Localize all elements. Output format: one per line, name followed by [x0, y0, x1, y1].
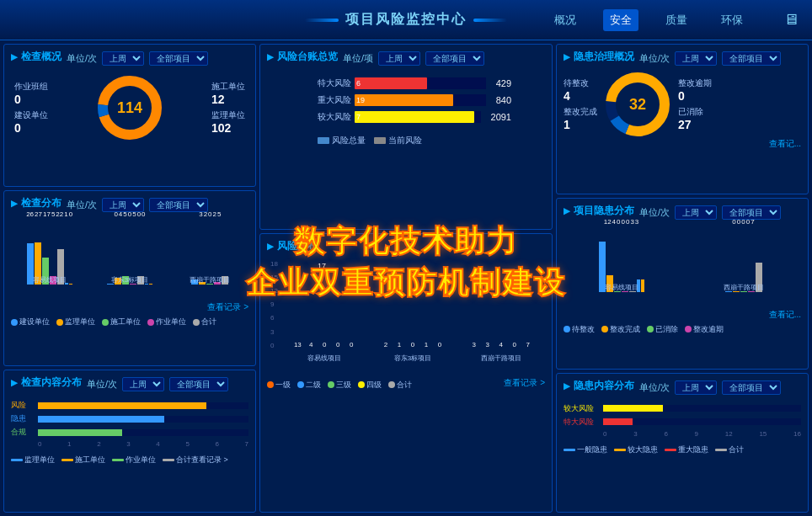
risk-period-select[interactable]: 上周 — [378, 51, 420, 66]
risk-bars-3: 3 3 4 0 — [468, 274, 534, 349]
hazard-content-period-select[interactable]: 上周 — [675, 380, 717, 395]
panel-inspection-header: 检查概况 单位/次 上周 全部项目 — [11, 50, 248, 67]
risk-dist-title: 风险分布 — [267, 239, 318, 253]
risk-bar-val-2: 840 — [496, 95, 511, 105]
risk-bar-small-3: 7 — [356, 113, 361, 121]
hazard-donut: 32 — [604, 71, 671, 138]
hazard-dist-unit: 单位/次 — [639, 206, 670, 219]
hazard-label-zhenggaoyuqi: 整改逾期 0 — [678, 77, 712, 103]
nav-overview[interactable]: 概况 — [548, 9, 583, 31]
legend-lv1: 一级 — [267, 380, 291, 391]
panel-hazard-dist: 项目隐患分布 单位/次 上周 全部项目 容 — [556, 198, 809, 370]
legend-yhheji: 合计 — [715, 444, 744, 455]
nav-safety[interactable]: 安全 — [603, 9, 638, 31]
inspection-dist-view-link[interactable]: 查看记录 > — [11, 301, 248, 313]
hazard-title: 隐患治理概况 — [564, 50, 634, 64]
risk-dist-view-link[interactable]: 查看记录 > — [504, 377, 545, 389]
risk-bars-2: 2 1 0 1 — [380, 274, 446, 349]
risk-bar-small-1: 6 — [356, 79, 361, 88]
mid-column: 风险台账总览 单位/项 上周 全部项目 特大风险 6 429 重大风险 — [259, 44, 553, 513]
risk-bar-fill-3a — [355, 111, 474, 123]
content-project-select[interactable]: 全部项目 — [169, 377, 228, 391]
hazard-label-zhenggaiwancheng: 整改完成 1 — [564, 106, 597, 131]
hazard-bar-fill-2 — [603, 418, 633, 425]
risk-dist-footer: 一级 二级 三级 四级 合计 查看记录 > — [267, 376, 545, 391]
content-period-select[interactable]: 上周 — [122, 377, 164, 391]
content-legend: 监理单位 施工单位 作业单位 合计查看记录 > — [11, 455, 248, 465]
legend-lv4: 四级 — [358, 380, 382, 391]
right-column: 隐患治理概况 单位/次 上周 全部项目 待整改 4 整改完成 1 — [556, 44, 809, 513]
hazard-overview-header: 隐患治理概况 单位/次 上周 全部项目 — [564, 50, 801, 67]
monitor-icon: 🖥 — [783, 11, 799, 29]
inspection-donut-area: 作业班组 0 建设单位 0 114 — [11, 71, 248, 145]
panel-risk-dist: 风险分布 1815129630 13 — [259, 233, 553, 513]
hazard-dist-label-1: 容易线项目 — [567, 283, 676, 292]
hazard-unit: 单位/次 — [639, 52, 670, 65]
dist-label-1: 容易线项目 — [14, 275, 84, 285]
content-bar-track-3 — [38, 429, 248, 436]
content-title: 检查内容分布 — [11, 375, 82, 390]
risk-dist-label-2: 容东3标项目 — [394, 354, 431, 363]
y-axis: 1815129630 — [270, 260, 278, 349]
risk-dist-label-1: 容易线项目 — [307, 354, 341, 363]
inspection-donut: 114 — [96, 74, 163, 141]
hazard-dist-period-select[interactable]: 上周 — [675, 205, 717, 220]
inspection-period-select[interactable]: 上周 — [102, 51, 144, 66]
top-val: 17 — [318, 262, 326, 270]
legend-total-risk: 风险总量 — [318, 135, 366, 146]
hazard-dist-view-link[interactable]: 查看记... — [564, 309, 801, 321]
panel-inspection-content: 检查内容分布 单位/次 上周 全部项目 风险 隐患 — [3, 370, 256, 513]
main-content: 检查概况 单位/次 上周 全部项目 作业班组 0 建设单位 0 — [0, 40, 812, 516]
hazard-project-select[interactable]: 全部项目 — [722, 51, 781, 66]
inspection-left-labels: 作业班组 0 建设单位 0 — [14, 81, 48, 135]
risk-bar-row-2: 重大风险 19 840 — [318, 94, 511, 106]
nav-env[interactable]: 环保 — [714, 9, 750, 31]
hazard-bar-fill-1 — [603, 405, 663, 412]
content-bar-row-1: 风险 — [11, 400, 248, 411]
hazard-content-legend: 一般隐患 较大隐患 重大隐患 合计 — [564, 444, 801, 455]
hazard-period-select[interactable]: 上周 — [675, 51, 717, 66]
legend-lv3: 三级 — [328, 380, 351, 391]
risk-title: 风险台账总览 — [267, 50, 338, 64]
legend-zgwc: 整改完成 — [601, 324, 640, 335]
hazard-dist-header: 项目隐患分布 单位/次 上周 全部项目 — [564, 204, 801, 221]
label-jianshedw: 建设单位 0 — [14, 109, 48, 135]
risk-group-1: 13 4 0 0 — [287, 274, 362, 349]
hazard-bar-track-1 — [603, 405, 801, 412]
hazard-content-project-select[interactable]: 全部项目 — [722, 380, 781, 395]
inspection-unit: 单位/次 — [67, 52, 97, 65]
label-shigongdw: 施工单位 12 — [211, 81, 245, 106]
legend-current-risk: 当前风险 — [374, 135, 422, 146]
hazard-content-unit: 单位/次 — [639, 381, 670, 394]
hazard-view-link[interactable]: 查看记... — [564, 138, 801, 150]
nav-quality[interactable]: 质量 — [659, 9, 694, 31]
risk-project-select[interactable]: 全部项目 — [425, 51, 484, 66]
legend-jianlidw2: 监理单位 — [11, 455, 55, 465]
legend-yxc: 已消除 — [647, 324, 678, 335]
risk-unit: 单位/项 — [343, 52, 373, 65]
content-bar-label-3: 合规 — [11, 427, 36, 438]
content-bar-fill-1 — [38, 402, 206, 409]
hazard-bar-row-2: 特大风险 — [564, 417, 801, 428]
hazard-group-2: 西崩干路项目 00007 — [689, 233, 798, 292]
dist-group-1: 容易线项目 26271752210 — [14, 226, 84, 285]
panel-hazard-content: 隐患内容分布 单位/次 上周 全部项目 较大风险 特大风险 — [556, 373, 809, 513]
hazard-content-header: 隐患内容分布 单位/次 上周 全部项目 — [564, 379, 801, 396]
donut-center-value: 114 — [117, 99, 142, 117]
dist-vals-1: 26271752210 — [26, 210, 72, 218]
hazard-left-labels: 待整改 4 整改完成 1 — [564, 77, 597, 131]
inspection-project-select[interactable]: 全部项目 — [149, 51, 208, 66]
legend-yhjiodayhuan: 较大隐患 — [614, 444, 658, 455]
risk-bar-label-1: 特大风险 — [318, 77, 351, 89]
risk-bar-small-2: 19 — [356, 96, 365, 104]
content-bar-fill-3 — [38, 429, 122, 436]
risk-bar-val-1: 429 — [496, 78, 511, 88]
risk-dist-label-3: 西崩干路项目 — [481, 354, 521, 363]
content-bar-label-2: 隐患 — [11, 413, 36, 424]
inspection-dist-legend: 建设单位 监理单位 施工单位 作业单位 合计 — [11, 317, 248, 327]
hazard-dist-chart: 容易线项目 12400033 西崩干路项目 — [564, 225, 801, 309]
dist-vals-3: 32025 — [199, 210, 221, 218]
header-nav: 概况 安全 质量 环保 🖥 — [548, 9, 799, 31]
risk-legend: 风险总量 当前风险 — [267, 135, 545, 146]
inspection-title: 检查概况 — [11, 50, 61, 64]
